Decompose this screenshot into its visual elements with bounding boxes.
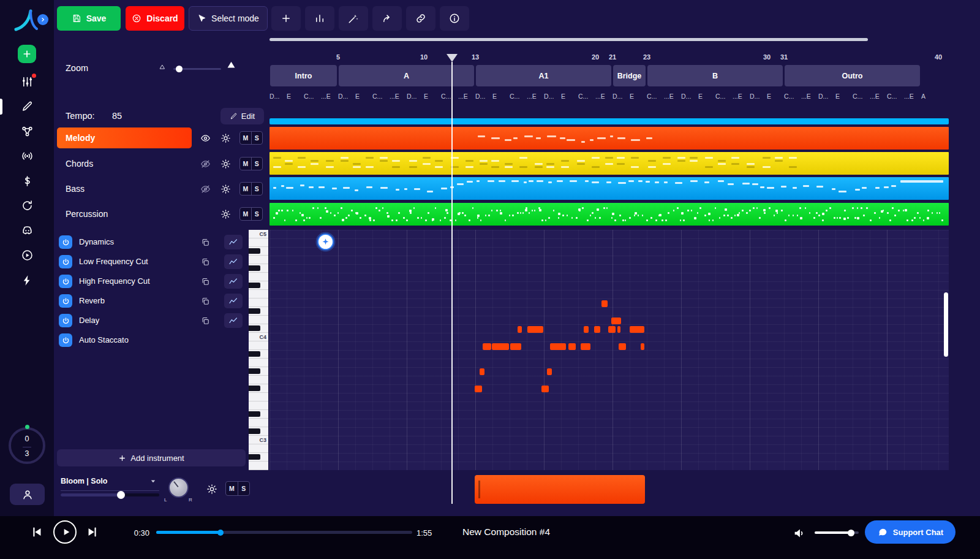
section-block[interactable]: A xyxy=(339,65,474,86)
chord-label[interactable]: D... xyxy=(612,93,629,100)
piano-key[interactable] xyxy=(249,462,268,470)
chord-label[interactable]: D... xyxy=(544,93,560,100)
sidebar-item-billing[interactable] xyxy=(0,169,54,193)
midi-note[interactable] xyxy=(601,300,608,307)
horizontal-scrollbar[interactable] xyxy=(270,38,868,41)
chord-label[interactable]: ...E xyxy=(458,93,475,100)
volume-knob[interactable] xyxy=(848,530,854,536)
chord-label[interactable]: ...E xyxy=(801,93,818,100)
vertical-scrollbar[interactable] xyxy=(944,292,948,357)
black-key[interactable] xyxy=(249,283,260,288)
midi-note[interactable] xyxy=(608,326,616,333)
chord-label[interactable]: C... xyxy=(784,93,801,100)
piano-key[interactable] xyxy=(249,350,268,359)
chord-label[interactable]: ...E xyxy=(390,93,406,100)
black-key[interactable] xyxy=(249,454,260,460)
chord-label[interactable]: D... xyxy=(270,93,286,100)
piano-key[interactable] xyxy=(249,273,268,281)
piano-key[interactable] xyxy=(249,367,268,376)
piano-key[interactable] xyxy=(249,281,268,290)
account-button[interactable] xyxy=(10,484,45,505)
playhead-line[interactable] xyxy=(451,62,453,504)
piano-key[interactable] xyxy=(249,427,268,436)
midi-note[interactable] xyxy=(584,326,589,333)
chord-label[interactable]: ...E xyxy=(527,93,543,100)
midi-note[interactable] xyxy=(581,343,590,350)
piano-key[interactable] xyxy=(249,384,268,393)
chord-label[interactable]: ...E xyxy=(904,93,921,100)
sidebar-item-quick-actions[interactable] xyxy=(0,268,54,292)
chord-label[interactable]: E xyxy=(355,93,372,100)
chord-label[interactable]: ...E xyxy=(870,93,886,100)
piano-key[interactable] xyxy=(249,238,268,247)
piano-key[interactable] xyxy=(249,410,268,419)
sidebar-item-discord[interactable] xyxy=(0,218,54,243)
section-block[interactable]: A1 xyxy=(476,65,611,86)
black-key[interactable] xyxy=(249,411,260,417)
chord-label[interactable]: E xyxy=(630,93,646,100)
black-key[interactable] xyxy=(249,428,260,434)
midi-note[interactable] xyxy=(568,343,576,350)
lane-chords[interactable] xyxy=(270,152,949,175)
piano-key[interactable] xyxy=(249,359,268,367)
midi-note[interactable] xyxy=(619,343,626,350)
chord-label[interactable]: D... xyxy=(681,93,698,100)
chord-label[interactable]: E xyxy=(835,93,852,100)
sidebar-item-tutorials[interactable] xyxy=(0,243,54,268)
black-key[interactable] xyxy=(249,325,260,331)
chord-label[interactable]: E xyxy=(561,93,578,100)
midi-note[interactable] xyxy=(617,326,620,333)
chord-label[interactable]: C... xyxy=(510,93,526,100)
piano-key[interactable] xyxy=(249,376,268,384)
chord-label[interactable]: C... xyxy=(853,93,869,100)
midi-note[interactable] xyxy=(611,318,621,324)
piano-key[interactable] xyxy=(249,247,268,256)
previous-button[interactable] xyxy=(29,525,44,539)
support-chat-button[interactable]: Support Chat xyxy=(865,520,956,544)
piano-key[interactable] xyxy=(249,393,268,401)
midi-note[interactable] xyxy=(510,343,521,350)
black-key[interactable] xyxy=(249,351,260,357)
midi-note[interactable] xyxy=(541,386,549,392)
section-block[interactable]: Intro xyxy=(270,65,337,86)
chord-label[interactable]: ...E xyxy=(595,93,612,100)
expand-sidebar-button[interactable] xyxy=(37,14,48,25)
playhead-marker[interactable] xyxy=(447,54,458,62)
chord-label[interactable]: E xyxy=(287,93,303,100)
chord-label[interactable]: D... xyxy=(750,93,766,100)
midi-note[interactable] xyxy=(480,368,484,375)
chord-label[interactable]: D... xyxy=(407,93,423,100)
chord-label[interactable]: A xyxy=(921,93,938,100)
sidebar-item-sync[interactable] xyxy=(0,194,54,218)
black-key[interactable] xyxy=(249,368,260,374)
chord-label[interactable]: C... xyxy=(441,93,458,100)
midi-note[interactable] xyxy=(527,326,543,333)
chord-label[interactable]: C... xyxy=(304,93,320,100)
piano-key[interactable] xyxy=(249,419,268,427)
sidebar-item-instruments[interactable] xyxy=(0,69,54,94)
section-block[interactable]: Outro xyxy=(785,65,920,86)
piano-key[interactable] xyxy=(249,444,268,453)
song-progress-knob[interactable] xyxy=(217,530,224,536)
midi-note[interactable] xyxy=(594,326,600,333)
piano-keys[interactable]: C5C4C3 xyxy=(249,230,268,470)
midi-note[interactable] xyxy=(641,343,644,350)
piano-key[interactable] xyxy=(249,256,268,264)
piano-key[interactable] xyxy=(249,453,268,462)
chord-label[interactable]: ...E xyxy=(733,93,749,100)
volume-mute-button[interactable] xyxy=(791,525,807,541)
midi-note[interactable] xyxy=(492,343,509,350)
lane-percussion[interactable] xyxy=(270,203,949,226)
next-button[interactable] xyxy=(85,525,100,539)
piano-key[interactable] xyxy=(249,299,268,307)
song-progress-bar[interactable] xyxy=(156,531,412,534)
chord-label[interactable]: E xyxy=(492,93,509,100)
chord-label[interactable]: E xyxy=(424,93,440,100)
chord-label[interactable]: C... xyxy=(372,93,389,100)
chord-label[interactable]: C... xyxy=(647,93,663,100)
chord-label[interactable]: ...E xyxy=(321,93,337,100)
midi-note[interactable] xyxy=(475,386,482,392)
lane-melody[interactable] xyxy=(270,127,949,150)
section-block[interactable]: Bridge xyxy=(613,65,646,86)
overview-strip[interactable] xyxy=(270,118,949,124)
